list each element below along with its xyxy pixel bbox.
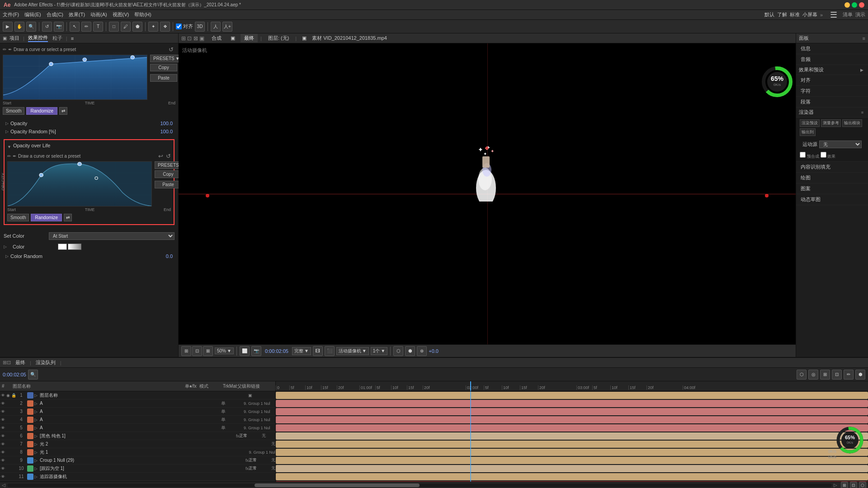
- motion-sketch-panel[interactable]: 动态草图: [796, 194, 868, 205]
- tab-more[interactable]: ≡: [71, 36, 74, 41]
- layer-expand-10[interactable]: ▷: [34, 466, 40, 471]
- timeline-timecode[interactable]: 0:00:02:05: [3, 372, 26, 377]
- layer-eye-9[interactable]: 👁: [0, 458, 5, 463]
- snap-checkbox[interactable]: [176, 23, 182, 29]
- paste-button-1[interactable]: Paste: [150, 74, 177, 82]
- tl-ctrl-3[interactable]: ⊞: [820, 370, 830, 380]
- puppet-tool[interactable]: ✦: [148, 22, 158, 32]
- tab-project[interactable]: 项目: [9, 35, 19, 42]
- render-queue-label[interactable]: 渲染队列: [36, 359, 56, 366]
- layer-expand-5[interactable]: ▷: [34, 426, 40, 430]
- layer-eye-10[interactable]: 👁: [0, 466, 5, 471]
- motion-tool[interactable]: 人+: [222, 22, 232, 32]
- render-checkbox-1[interactable]: [800, 152, 806, 158]
- layer-solo-4[interactable]: [5, 417, 11, 422]
- viewer-flow-btn[interactable]: ⊛: [417, 346, 427, 356]
- layer-solo-3[interactable]: [5, 409, 11, 414]
- tab-compose[interactable]: 合成: [208, 34, 225, 42]
- char-panel[interactable]: 字符: [796, 86, 868, 97]
- layer-lock-10[interactable]: [11, 466, 16, 471]
- layer-solo-9[interactable]: [5, 458, 11, 463]
- layer-eye-6[interactable]: 👁: [0, 433, 5, 439]
- layer-expand-4[interactable]: ▷: [34, 418, 40, 422]
- layer-eye-4[interactable]: 👁: [0, 417, 5, 422]
- timecode-display[interactable]: 0:00:02:05: [265, 348, 288, 354]
- layer-eye-2[interactable]: 👁: [0, 401, 5, 406]
- hand-tool[interactable]: ✋: [14, 22, 24, 32]
- info-panel[interactable]: 信息: [796, 43, 868, 54]
- stamp-tool[interactable]: ⬟: [132, 22, 142, 32]
- render-checkbox-2[interactable]: [821, 152, 826, 158]
- layer-lock-11[interactable]: [11, 474, 16, 479]
- layer-eye-3[interactable]: 👁: [0, 409, 5, 414]
- shape-tool[interactable]: □: [109, 22, 119, 32]
- pencil4-icon[interactable]: ✒: [13, 154, 16, 159]
- at-start-select[interactable]: At Start: [49, 232, 175, 240]
- layer-solo-5[interactable]: [5, 425, 11, 431]
- layer-eye-1[interactable]: 👁: [0, 393, 5, 398]
- tab-material[interactable]: 素材 VID_20210412_201835.mp4: [308, 34, 391, 42]
- opacity-prop[interactable]: ▷ Opacity 100.0: [4, 119, 175, 127]
- viewer-check-btn[interactable]: ⊠: [203, 346, 213, 356]
- workspace-learn[interactable]: 了解: [777, 11, 787, 18]
- tab-layer[interactable]: 图层: (无): [264, 34, 292, 42]
- tl-bottom-btn-2[interactable]: ⊡: [850, 482, 857, 488]
- scroll-right-btn[interactable]: ▷: [834, 483, 837, 488]
- layer-lock-1[interactable]: 🔒: [11, 393, 16, 398]
- audio-panel[interactable]: 音频: [796, 54, 868, 65]
- opacity-value[interactable]: 100.0: [150, 121, 173, 126]
- layer-lock-8[interactable]: [11, 450, 16, 455]
- viewer-render-btn[interactable]: ⬡: [393, 346, 403, 356]
- viewer-roi-btn[interactable]: ⬜: [240, 346, 250, 356]
- 3d-btn[interactable]: 3D: [195, 22, 205, 32]
- renderer-panel[interactable]: 渲染器 ≡: [796, 108, 868, 117]
- quality-dropdown[interactable]: 完整 ▼: [292, 347, 311, 355]
- tl-ctrl-1[interactable]: ⬡: [797, 370, 807, 380]
- copy-button-1[interactable]: Copy: [150, 64, 177, 71]
- smooth-button-2[interactable]: Smooth: [7, 214, 29, 221]
- layer-expand-2[interactable]: ▷: [34, 401, 40, 406]
- para-panel[interactable]: 段落: [796, 97, 868, 108]
- render-opt-3[interactable]: 输出模块: [842, 119, 862, 127]
- effects-panel[interactable]: 效果和预设 ▶: [796, 65, 868, 75]
- opacity-random-value[interactable]: 100.0: [150, 129, 173, 134]
- puppet2-tool[interactable]: ❖: [160, 22, 170, 32]
- text-tool[interactable]: T: [93, 22, 103, 32]
- layer-solo-8[interactable]: [5, 450, 11, 455]
- scroll-left-btn[interactable]: ◁: [2, 483, 5, 488]
- workspace-expand[interactable]: »: [820, 12, 823, 18]
- randomize-button-1[interactable]: Randomize: [26, 107, 57, 115]
- scroll-thumb[interactable]: [255, 483, 420, 487]
- home-tool[interactable]: ▶: [3, 22, 13, 32]
- viewer-live-btn[interactable]: ⬢: [405, 346, 415, 356]
- zoom-dropdown[interactable]: 50% ▼: [215, 347, 234, 354]
- curve-display-1[interactable]: [3, 55, 147, 100]
- viewer-alpha-btn[interactable]: ⬛: [325, 346, 335, 356]
- close-btn[interactable]: [859, 2, 864, 8]
- view-count-dropdown[interactable]: 1个 ▼: [371, 347, 387, 355]
- color-random-value[interactable]: 0.0: [150, 253, 173, 259]
- minimize-btn[interactable]: [844, 2, 850, 8]
- layer-lock-6[interactable]: [11, 433, 16, 439]
- char-tool[interactable]: 人: [211, 22, 221, 32]
- camera-tool[interactable]: 📷: [54, 22, 64, 32]
- paint-panel[interactable]: 绘图: [796, 173, 868, 183]
- menu-file[interactable]: 文件(F): [3, 11, 19, 18]
- workspace-small[interactable]: 小屏幕: [802, 11, 817, 18]
- pattern-panel[interactable]: 图案: [796, 183, 868, 194]
- tl-bottom-btn-1[interactable]: ⊞: [841, 482, 848, 488]
- layer-solo-6[interactable]: [5, 433, 11, 439]
- menu-animate[interactable]: 动画(A): [90, 11, 107, 18]
- layer-expand-3[interactable]: ▷: [34, 409, 40, 414]
- camera-dropdown[interactable]: 活动摄像机 ▼: [336, 347, 369, 355]
- reset-icon[interactable]: ↺: [169, 46, 174, 53]
- opacity-life-triangle[interactable]: ▼: [7, 145, 11, 149]
- color-swatch[interactable]: [58, 244, 67, 250]
- rotate-tool[interactable]: ↺: [42, 22, 52, 32]
- layer-eye-7[interactable]: 👁: [0, 441, 5, 447]
- playhead-indicator[interactable]: [470, 381, 471, 391]
- layer-eye-8[interactable]: 👁: [0, 450, 5, 455]
- smooth-button-1[interactable]: Smooth: [3, 107, 24, 115]
- maximize-btn[interactable]: [852, 2, 857, 8]
- content-fill-panel[interactable]: 内容识别填充: [796, 162, 868, 173]
